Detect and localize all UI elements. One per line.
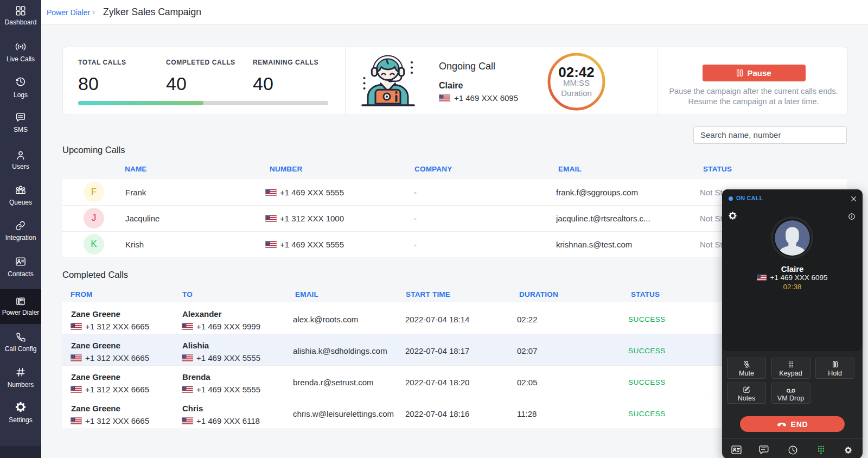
- svg-text:MM:SS: MM:SS: [563, 78, 590, 87]
- svg-text:Duration: Duration: [561, 88, 592, 98]
